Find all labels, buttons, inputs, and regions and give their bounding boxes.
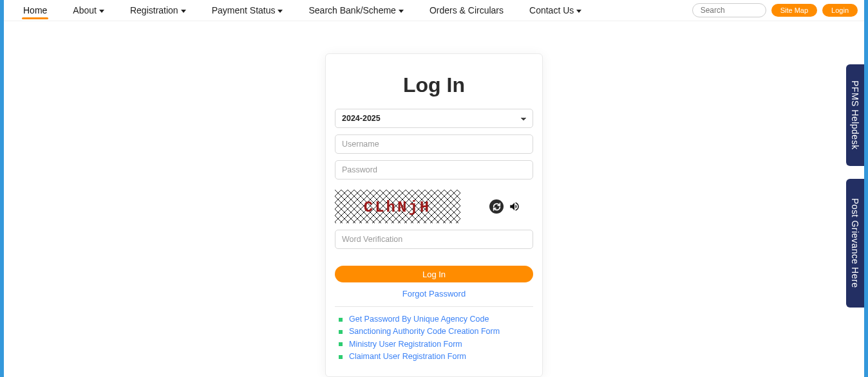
username-input[interactable] bbox=[335, 134, 533, 154]
list-item: Claimant User Registration Form bbox=[339, 351, 529, 363]
chevron-down-icon bbox=[278, 10, 283, 13]
list-item: Ministry User Registration Form bbox=[339, 338, 529, 351]
nav-item-about[interactable]: About bbox=[60, 0, 117, 21]
login-card: Log In 2024-2025 bbox=[325, 53, 543, 377]
nav-item-registration[interactable]: Registration bbox=[117, 0, 199, 21]
nav-items: Home About Registration Payment Status S… bbox=[10, 0, 594, 21]
refresh-captcha-icon[interactable] bbox=[489, 199, 504, 214]
captcha-image: CLhNjH bbox=[335, 190, 460, 223]
nav-label: Payment Status bbox=[212, 5, 276, 15]
audio-captcha-icon[interactable] bbox=[507, 199, 522, 214]
nav-item-contact-us[interactable]: Contact Us bbox=[516, 0, 594, 21]
nav-label: Orders & Circulars bbox=[429, 5, 504, 15]
ministry-user-reg-link[interactable]: Ministry User Registration Form bbox=[349, 338, 462, 351]
grievance-side-tab[interactable]: Post Grievance Here bbox=[846, 179, 864, 308]
nav-label: About bbox=[73, 5, 97, 15]
captcha-actions bbox=[489, 199, 522, 214]
search-input[interactable] bbox=[692, 3, 766, 17]
claimant-user-reg-link[interactable]: Claimant User Registration Form bbox=[349, 351, 466, 363]
top-nav: Home About Registration Payment Status S… bbox=[4, 0, 864, 21]
login-title: Log In bbox=[335, 73, 533, 97]
password-input[interactable] bbox=[335, 160, 533, 179]
helper-links: Get Password By Unique Agency Code Sanct… bbox=[335, 313, 533, 367]
login-submit-button[interactable]: Log In bbox=[335, 266, 533, 282]
divider bbox=[335, 306, 533, 307]
nav-right: Site Map Login bbox=[692, 3, 858, 17]
financial-year-select[interactable]: 2024-2025 bbox=[335, 109, 533, 128]
chevron-down-icon bbox=[99, 10, 104, 13]
nav-item-payment-status[interactable]: Payment Status bbox=[199, 0, 296, 21]
helpdesk-side-tab[interactable]: PFMS Helpdesk bbox=[846, 64, 864, 166]
main-area: Log In 2024-2025 bbox=[4, 21, 864, 377]
chevron-down-icon bbox=[399, 10, 404, 13]
get-password-link[interactable]: Get Password By Unique Agency Code bbox=[349, 313, 489, 326]
sanctioning-code-link[interactable]: Sanctioning Authority Code Creation Form bbox=[349, 326, 500, 338]
nav-label: Home bbox=[23, 5, 47, 15]
chevron-down-icon bbox=[181, 10, 186, 13]
word-verification-input[interactable] bbox=[335, 230, 533, 249]
nav-item-home[interactable]: Home bbox=[10, 0, 60, 21]
nav-label: Registration bbox=[130, 5, 178, 15]
list-item: Sanctioning Authority Code Creation Form bbox=[339, 326, 529, 338]
list-item: Get Password By Unique Agency Code bbox=[339, 313, 529, 326]
site-map-button[interactable]: Site Map bbox=[771, 4, 817, 17]
nav-label: Contact Us bbox=[529, 5, 574, 15]
forgot-password-link[interactable]: Forgot Password bbox=[335, 289, 533, 299]
svg-text:CLhNjH: CLhNjH bbox=[364, 199, 431, 216]
nav-item-orders-circulars[interactable]: Orders & Circulars bbox=[417, 0, 516, 21]
nav-item-search-bank-scheme[interactable]: Search Bank/Scheme bbox=[296, 0, 416, 21]
captcha-row: CLhNjH bbox=[335, 190, 533, 223]
nav-login-button[interactable]: Login bbox=[822, 4, 858, 17]
nav-label: Search Bank/Scheme bbox=[308, 5, 395, 15]
chevron-down-icon bbox=[576, 10, 581, 13]
